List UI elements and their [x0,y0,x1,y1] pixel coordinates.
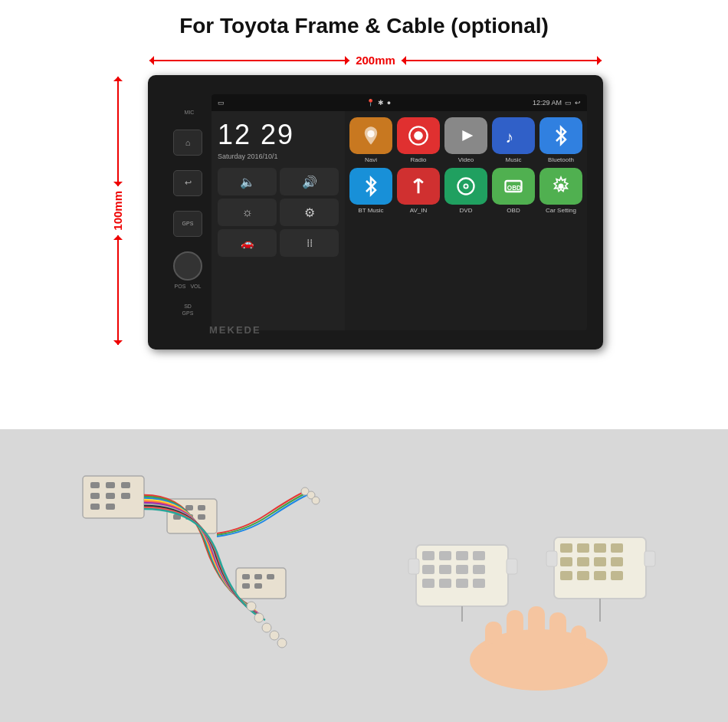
svg-point-39 [270,631,279,640]
svg-rect-75 [560,571,572,580]
app-tile-radio [397,117,440,154]
app-video[interactable]: Video [444,117,487,163]
screen-body: 12 29 Saturday 2016/10/1 🔈 🔊 ☼ ⚙ 🚗 ⁞⁞ [212,111,587,330]
app-tile-carsetting [539,168,582,205]
svg-rect-73 [594,557,606,566]
app-carsetting[interactable]: Car Setting [539,168,582,214]
svg-point-37 [254,613,264,622]
app-btmusic[interactable]: BT Music [349,168,392,214]
svg-rect-74 [611,557,623,566]
screen-bottom-controls: 🚗 ⁞⁞ [218,229,339,257]
app-avin[interactable]: AV_IN [397,168,440,214]
svg-text:OBD: OBD [507,185,521,192]
app-label-avin: AV_IN [410,207,428,214]
svg-rect-76 [577,571,589,580]
pos-label: POS [175,284,186,289]
svg-rect-61 [439,579,451,588]
eq-btn[interactable]: ⚙ [280,199,339,226]
app-navi[interactable]: Navi [349,117,392,163]
car-head-unit: MIC ⌂ ↩ GPS POS VOL SD GPS [148,75,603,350]
width-line-right [402,60,602,61]
gps2-label: GPS [182,310,194,316]
app-label-obd: OBD [507,207,520,214]
pin-icon: 📍 [366,99,375,107]
svg-point-10 [464,185,467,188]
vol-down-btn[interactable]: 🔈 [218,168,277,195]
app-label-dvd: DVD [460,207,473,214]
watermark: MEKEDE [209,324,261,336]
cable-svg [52,453,343,698]
svg-point-13 [559,184,564,189]
svg-rect-31 [242,574,250,579]
svg-rect-20 [121,493,130,499]
svg-rect-18 [90,493,100,499]
svg-marker-3 [462,130,473,141]
app-tile-obd: OBD [492,168,535,205]
gps-button[interactable]: GPS [173,211,202,237]
svg-rect-79 [546,551,557,566]
svg-rect-72 [577,557,589,566]
svg-point-2 [414,131,423,140]
svg-rect-77 [594,571,606,580]
app-label-navi: Navi [365,156,377,163]
svg-rect-26 [198,505,205,510]
back-nav-icon: ↩ [575,99,581,107]
svg-rect-71 [560,557,572,566]
svg-rect-63 [473,579,485,588]
svg-rect-57 [439,565,451,574]
home-button[interactable]: ⌂ [173,130,202,156]
app-obd[interactable]: OBD OBD [492,168,535,214]
apps-row-1: Navi Radio [349,117,582,163]
svg-rect-32 [254,574,262,579]
apps-grid: Navi Radio [345,111,587,330]
svg-point-40 [277,638,287,648]
connector-image [385,453,677,698]
svg-rect-19 [106,493,115,499]
signal-icon: ● [387,99,391,107]
app-tile-navi [349,117,392,154]
height-line-top [117,77,119,186]
quick-controls: 🔈 🔊 ☼ ⚙ [218,168,339,226]
grid-btn[interactable]: ⁞⁞ [280,229,339,257]
status-left-icons: ▭ [218,99,225,107]
vol-up-btn[interactable]: 🔊 [280,168,339,195]
app-label-video: Video [458,156,474,163]
svg-rect-33 [267,574,274,579]
svg-rect-68 [577,543,589,553]
date-display: Saturday 2016/10/1 [218,153,339,160]
svg-rect-17 [121,482,130,488]
width-line [149,60,349,61]
svg-rect-65 [507,559,517,574]
app-tile-avin [397,168,440,205]
app-label-bluetooth: Bluetooth [548,156,574,163]
svg-point-36 [247,602,256,611]
svg-rect-67 [560,543,572,553]
sd-gps-labels: SD GPS [182,304,194,316]
app-tile-video [444,117,487,154]
battery-icon: ▭ [565,99,572,107]
height-line-bottom [117,235,119,345]
app-tile-bluetooth [539,117,582,154]
app-tile-btmusic [349,168,392,205]
app-dvd[interactable]: DVD [444,168,487,214]
status-center-icons: 📍 ✱ ● [366,99,391,107]
app-bluetooth[interactable]: Bluetooth [539,117,582,163]
svg-rect-64 [408,559,419,574]
app-music[interactable]: ♪ Music [492,117,535,163]
svg-rect-55 [473,551,485,560]
svg-rect-80 [644,551,655,566]
svg-rect-22 [106,504,115,510]
car-btn[interactable]: 🚗 [218,229,277,257]
back-button[interactable]: ↩ [173,170,202,196]
clock-display: 12 29 [218,119,339,151]
volume-knob[interactable] [173,251,202,281]
app-label-btmusic: BT Music [358,207,383,214]
status-right-icons: 12:29 AM ▭ ↩ [533,99,581,107]
app-radio[interactable]: Radio [397,117,440,163]
svg-rect-34 [242,583,250,589]
status-time: 12:29 AM [533,99,562,107]
brightness-btn[interactable]: ☼ [218,199,277,226]
head-unit-screen: ▭ 📍 ✱ ● 12:29 AM ▭ ↩ [212,94,587,330]
width-dimension: 200mm [149,54,602,67]
svg-rect-30 [236,568,286,599]
